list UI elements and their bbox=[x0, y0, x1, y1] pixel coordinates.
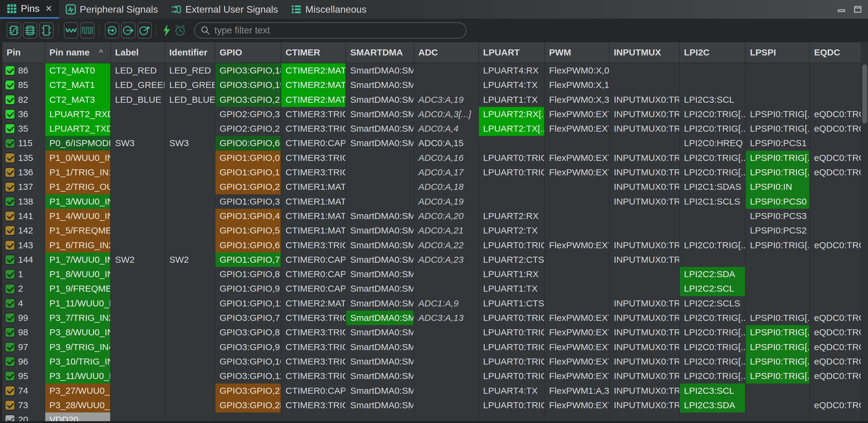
cell-ident[interactable] bbox=[165, 194, 215, 209]
cell-eqdc[interactable] bbox=[810, 223, 861, 238]
cell-adc[interactable]: ADC0:A,3[...] bbox=[414, 107, 479, 121]
cell-adc[interactable] bbox=[414, 354, 479, 369]
cell-pwm[interactable] bbox=[545, 296, 610, 311]
cell-lpi2c[interactable]: LPI2C3:SCL bbox=[680, 384, 746, 398]
cell-ctimer[interactable]: CTIMER3:TRIGG bbox=[281, 121, 346, 136]
cell-pin[interactable]: 1 bbox=[2, 267, 45, 281]
cell-pwm[interactable] bbox=[545, 252, 610, 267]
pin-checkbox[interactable] bbox=[5, 240, 15, 250]
cell-eqdc[interactable]: eQDC0:TRG[... bbox=[810, 165, 861, 180]
cell-inputmux[interactable]: INPUTMUX0:TRIG bbox=[610, 369, 680, 383]
cell-lpi2c[interactable]: LPI2C3:SCL bbox=[680, 92, 746, 107]
cell-inputmux[interactable]: INPUTMUX0:TRIG bbox=[610, 354, 680, 369]
cell-ident[interactable]: SW3 bbox=[165, 136, 215, 150]
cell-adc[interactable] bbox=[414, 63, 479, 78]
pin-checkbox[interactable] bbox=[5, 386, 15, 396]
table-row[interactable]: 86CT2_MAT0LED_REDLED_REDGPIO3:GPIO,18CTI… bbox=[2, 63, 861, 78]
cell-lpi2c[interactable]: LPI2C0:TRIG[...] bbox=[680, 325, 746, 339]
cell-lpuart[interactable] bbox=[479, 136, 545, 150]
pin-checkbox[interactable] bbox=[5, 109, 15, 119]
cell-adc[interactable]: ADC1:A,9 bbox=[414, 296, 479, 311]
cell-lpuart[interactable]: LPUART0:TRIG[... bbox=[479, 238, 545, 252]
cell-adc[interactable]: ADC0:A,23 bbox=[414, 252, 479, 267]
cell-adc[interactable]: ADC0:A,20 bbox=[414, 209, 479, 223]
cell-pin_name[interactable]: LPUART2_RXD bbox=[45, 107, 111, 121]
cell-inputmux[interactable] bbox=[610, 413, 680, 421]
table-row[interactable]: 141P1_4/WUU0_IN8GPIO1:GPIO,4CTIMER1:MATC… bbox=[2, 209, 861, 223]
pin-checkbox[interactable] bbox=[5, 138, 15, 149]
cell-smartdma[interactable] bbox=[346, 151, 414, 165]
cell-inputmux[interactable]: INPUTMUX0:TRIG bbox=[610, 121, 680, 136]
cell-lpspi[interactable]: LPSPI0:TRIG[...] bbox=[746, 354, 810, 369]
route-input-button[interactable] bbox=[105, 22, 119, 38]
cell-label[interactable] bbox=[111, 413, 165, 421]
cell-lpi2c[interactable] bbox=[680, 252, 746, 267]
cell-lpi2c[interactable] bbox=[680, 78, 746, 92]
table-row[interactable]: 2P1_9/FREQME_CLGPIO1:GPIO,9CTIMER0:CAPTU… bbox=[2, 281, 861, 296]
cell-eqdc[interactable]: eQDC0:TRG[... bbox=[810, 121, 861, 136]
cell-ctimer[interactable]: CTIMER2:MATCH bbox=[281, 92, 346, 107]
pin-checkbox[interactable] bbox=[5, 342, 15, 352]
cell-adc[interactable] bbox=[414, 267, 479, 281]
pin-checkbox[interactable] bbox=[5, 167, 15, 177]
cell-label[interactable] bbox=[111, 121, 165, 136]
cell-label[interactable] bbox=[111, 325, 165, 339]
cell-lpspi[interactable] bbox=[746, 281, 810, 296]
cell-pwm[interactable]: FlexPWM0:EXT_T bbox=[545, 151, 610, 165]
cell-pin_name[interactable]: P1_11/WUU0_IN1 bbox=[45, 296, 111, 311]
cell-pwm[interactable]: FlexPWM0:EXTAL bbox=[545, 369, 610, 383]
cell-smartdma[interactable]: SmartDMA0:SMA bbox=[346, 369, 414, 383]
cell-gpio[interactable]: GPIO1:GPIO,11 bbox=[215, 296, 281, 311]
cell-ctimer[interactable]: CTIMER3:TRIGG bbox=[281, 165, 346, 180]
cell-pin[interactable]: 143 bbox=[2, 238, 45, 252]
cell-pwm[interactable] bbox=[545, 413, 610, 421]
cell-lpi2c[interactable] bbox=[680, 63, 746, 78]
cell-lpuart[interactable]: LPUART4:TX bbox=[479, 384, 545, 398]
column-header-label[interactable]: Label bbox=[111, 42, 165, 63]
cell-pwm[interactable]: FlexPWM0:X,3[... bbox=[545, 92, 610, 107]
cell-pin_name[interactable]: P1_3/WUU0_IN7 bbox=[45, 194, 111, 209]
cell-gpio[interactable]: GPIO1:GPIO,4 bbox=[215, 209, 281, 223]
cell-adc[interactable] bbox=[414, 281, 479, 296]
column-header-lpspi[interactable]: LPSPI bbox=[746, 42, 810, 63]
cell-lpi2c[interactable]: LPI2C1:SDAS bbox=[680, 180, 746, 194]
cell-pin[interactable]: 35 bbox=[2, 121, 45, 136]
cell-lpuart[interactable]: LPUART2:TX bbox=[479, 223, 545, 238]
cell-pin_name[interactable]: P3_9/TRIG_IN4/ bbox=[45, 340, 111, 354]
cell-pwm[interactable]: FlexPWM0:X,1[... bbox=[545, 78, 610, 92]
cell-lpspi[interactable] bbox=[746, 267, 810, 281]
table-row[interactable]: 138P1_3/WUU0_IN7GPIO1:GPIO,3CTIMER1:MATC… bbox=[2, 194, 861, 209]
cell-lpuart[interactable]: LPUART4:TX bbox=[479, 78, 545, 92]
cell-pin_name[interactable]: CT2_MAT0 bbox=[45, 63, 111, 78]
cell-ctimer[interactable]: CTIMER3:TRIGG bbox=[281, 340, 346, 354]
cell-inputmux[interactable]: INPUTMUX0:TRIG bbox=[610, 238, 680, 252]
pin-checkbox[interactable] bbox=[5, 197, 15, 207]
update-project-button[interactable] bbox=[174, 22, 187, 38]
cell-gpio[interactable]: GPIO0:GPIO,6 bbox=[215, 136, 281, 150]
cell-adc[interactable]: ADC0:A,22 bbox=[414, 238, 479, 252]
cell-ctimer[interactable]: CTIMER3:TRIGG bbox=[281, 354, 346, 369]
pin-checkbox[interactable] bbox=[5, 371, 15, 381]
column-header-pin_name[interactable]: Pin name bbox=[45, 42, 111, 63]
cell-eqdc[interactable] bbox=[810, 194, 861, 209]
pin-checkbox[interactable] bbox=[5, 400, 15, 410]
cell-lpspi[interactable]: LPSPI0:TRIG[...] bbox=[746, 121, 810, 136]
cell-adc[interactable]: ADC3:A,13 bbox=[414, 311, 479, 325]
cell-pin[interactable]: 85 bbox=[2, 78, 45, 92]
cell-pin[interactable]: 138 bbox=[2, 194, 45, 209]
pin-checkbox[interactable] bbox=[5, 225, 15, 236]
cell-inputmux[interactable]: INPUTMUX0:TRIG bbox=[610, 398, 680, 413]
cell-ident[interactable]: SW2 bbox=[165, 252, 215, 267]
cell-eqdc[interactable]: eQDC0:TRG[... bbox=[810, 354, 861, 369]
cell-eqdc[interactable] bbox=[810, 281, 861, 296]
table-row[interactable]: 1P1_8/WUU0_IN10GPIO1:GPIO,8CTIMER0:CAPTU… bbox=[2, 267, 861, 281]
cell-ctimer[interactable]: CTIMER2:MATCH bbox=[281, 63, 346, 78]
cell-lpspi[interactable]: LPSPI0:TRIG[...] bbox=[746, 340, 810, 354]
table-row[interactable]: 4P1_11/WUU0_IN1GPIO1:GPIO,11CTIMER2:MATC… bbox=[2, 296, 861, 311]
pin-checkbox[interactable] bbox=[5, 95, 15, 105]
cell-lpi2c[interactable]: LPI2C0:TRIG[...] bbox=[680, 107, 746, 121]
cell-ident[interactable] bbox=[165, 413, 215, 421]
cell-adc[interactable]: ADC0:A,15 bbox=[414, 136, 479, 150]
cell-smartdma[interactable]: SmartDMA0:SMA bbox=[346, 354, 414, 369]
cell-label[interactable] bbox=[111, 223, 165, 238]
